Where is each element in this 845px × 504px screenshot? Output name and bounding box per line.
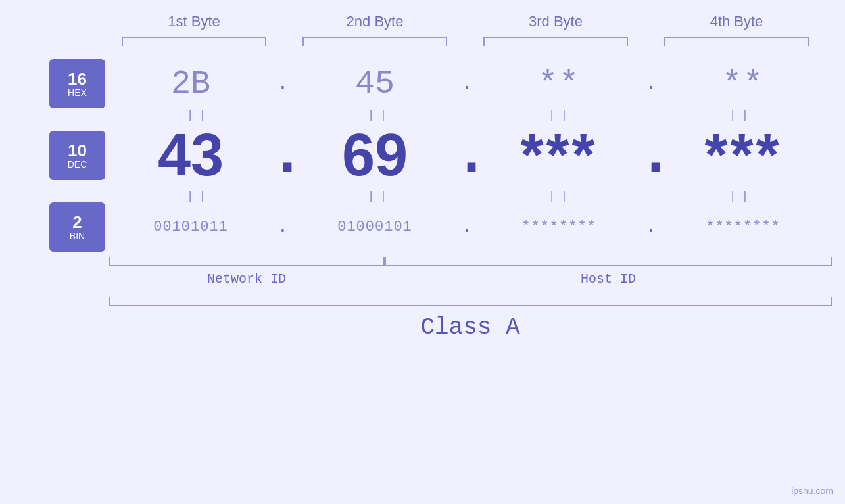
bottom-bracket-container: Network ID Host ID <box>109 257 832 286</box>
dec-values: 43 . 69 . *** . *** <box>112 122 829 189</box>
hex-byte4-value: ** <box>722 65 764 103</box>
hex-byte4-cell: ** <box>664 65 822 103</box>
dec-byte4-cell: *** <box>664 122 822 189</box>
dec-base-num: 10 <box>68 142 87 159</box>
parallel2: || <box>301 108 459 122</box>
hex-byte3-value: ** <box>538 65 580 103</box>
bin-dot3: . <box>638 217 664 237</box>
bin-byte2-cell: 01000101 <box>296 219 454 235</box>
bin-byte1-cell: 00101011 <box>112 219 270 235</box>
dec-byte4-value: *** <box>704 122 781 189</box>
byte-headers: 1st Byte 2nd Byte 3rd Byte 4th Byte <box>104 13 827 30</box>
parallel3: || <box>482 108 640 122</box>
host-id-label: Host ID <box>581 271 636 286</box>
bracket-byte1 <box>122 37 266 46</box>
hex-dot3: . <box>638 74 664 94</box>
network-id-label: Network ID <box>207 271 286 286</box>
parallel5: || <box>120 189 278 202</box>
network-bracket-line <box>109 257 385 266</box>
class-section: Class A <box>109 314 832 341</box>
main-container: 1st Byte 2nd Byte 3rd Byte 4th Byte 16 H… <box>0 0 845 504</box>
hex-byte1-value: 2B <box>171 65 210 103</box>
dec-byte3-value: *** <box>520 122 597 189</box>
hex-base-num: 16 <box>68 70 87 87</box>
bracket-byte4 <box>664 37 809 46</box>
hex-byte3-cell: ** <box>480 65 638 103</box>
dec-byte2-cell: 69 <box>296 122 454 189</box>
hex-row: 16 HEX 2B . 45 . ** . ** <box>16 59 829 108</box>
bin-label-box: 2 BIN <box>49 202 105 252</box>
byte4-header: 4th Byte <box>658 13 815 30</box>
bin-byte4-value: ******** <box>706 219 781 235</box>
bin-values: 00101011 . 01000101 . ******** . *******… <box>112 217 829 237</box>
hex-base-name: HEX <box>68 87 87 98</box>
hex-label-box: 16 HEX <box>49 59 105 108</box>
dec-base-name: DEC <box>68 159 87 170</box>
host-bracket-line <box>385 257 832 266</box>
dec-dot2: . <box>454 122 480 189</box>
parallel6: || <box>301 189 459 202</box>
bin-dot1: . <box>270 217 296 237</box>
dec-byte1-cell: 43 <box>112 122 270 189</box>
hex-byte1-cell: 2B <box>112 65 270 103</box>
parallel8: || <box>663 189 821 202</box>
parallel7: || <box>482 189 640 202</box>
byte3-header: 3rd Byte <box>477 13 635 30</box>
dec-label-box: 10 DEC <box>49 131 105 180</box>
bin-byte3-value: ******** <box>521 219 596 235</box>
dec-dot3: . <box>638 122 664 189</box>
hex-dot2: . <box>454 74 480 94</box>
watermark: ipshu.com <box>791 486 833 496</box>
bin-byte1-value: 00101011 <box>153 219 228 235</box>
hex-dot1: . <box>270 74 296 94</box>
parallel4: || <box>663 108 821 122</box>
dec-byte1-value: 43 <box>158 122 224 189</box>
parallel1: || <box>120 108 278 122</box>
hex-byte2-cell: 45 <box>296 65 454 103</box>
bin-byte3-cell: ******** <box>480 219 638 235</box>
bin-byte4-cell: ******** <box>664 219 822 235</box>
dec-row: 10 DEC 43 . 69 . *** . *** <box>16 122 829 189</box>
byte1-header: 1st Byte <box>115 13 273 30</box>
network-id-section: Network ID <box>109 257 385 286</box>
parallel-hex-dec: || || || || <box>109 108 832 122</box>
top-brackets <box>104 37 827 46</box>
bin-base-name: BIN <box>70 231 85 241</box>
dec-dot1: . <box>270 122 296 189</box>
bracket-byte2 <box>302 37 447 46</box>
hex-values: 2B . 45 . ** . ** <box>112 65 829 103</box>
hex-byte2-value: 45 <box>355 65 395 103</box>
dec-byte2-value: 69 <box>342 122 408 189</box>
host-id-section: Host ID <box>385 257 832 286</box>
parallel-dec-bin: || || || || <box>109 189 832 202</box>
bracket-byte3 <box>483 37 628 46</box>
bin-byte2-value: 01000101 <box>337 219 412 235</box>
bin-row: 2 BIN 00101011 . 01000101 . ******** . *… <box>16 202 829 252</box>
class-bracket-line <box>109 297 832 306</box>
bin-base-num: 2 <box>72 214 82 231</box>
dec-byte3-cell: *** <box>480 122 638 189</box>
byte2-header: 2nd Byte <box>296 13 454 30</box>
class-label: Class A <box>420 314 519 341</box>
bin-dot2: . <box>454 217 480 237</box>
